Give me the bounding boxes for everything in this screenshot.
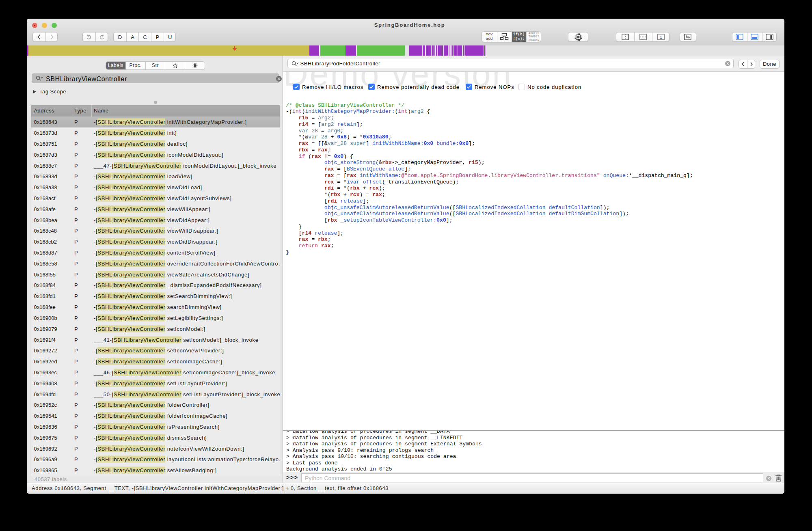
- svg-text:1: 1: [660, 35, 662, 39]
